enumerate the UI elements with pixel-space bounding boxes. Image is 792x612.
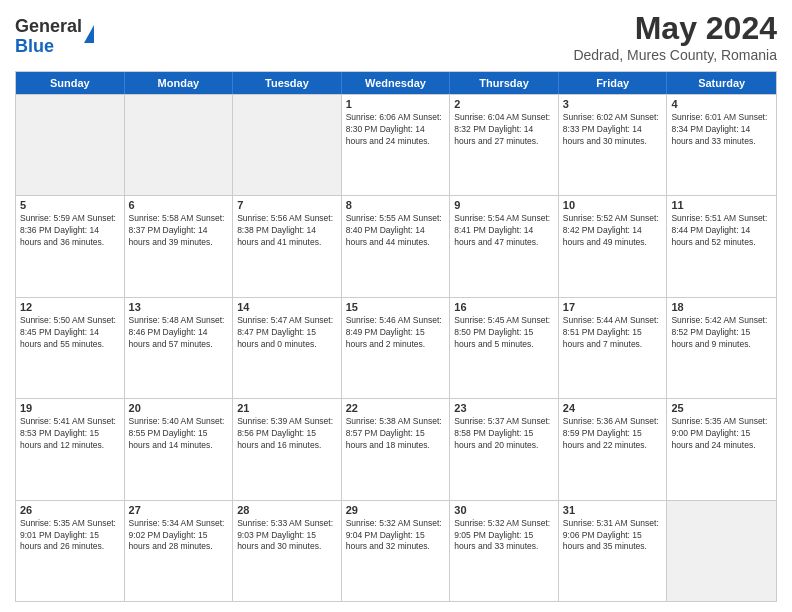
day-number: 30 — [454, 504, 554, 516]
day-number: 22 — [346, 402, 446, 414]
header-day: Saturday — [667, 72, 776, 94]
cell-info: Sunrise: 5:32 AM Sunset: 9:05 PM Dayligh… — [454, 518, 554, 554]
day-number: 3 — [563, 98, 663, 110]
day-number: 2 — [454, 98, 554, 110]
day-number: 7 — [237, 199, 337, 211]
month-year: May 2024 — [573, 10, 777, 47]
cell-info: Sunrise: 5:50 AM Sunset: 8:45 PM Dayligh… — [20, 315, 120, 351]
day-number: 23 — [454, 402, 554, 414]
calendar-cell: 29Sunrise: 5:32 AM Sunset: 9:04 PM Dayli… — [342, 501, 451, 601]
day-number: 4 — [671, 98, 772, 110]
calendar-cell: 28Sunrise: 5:33 AM Sunset: 9:03 PM Dayli… — [233, 501, 342, 601]
calendar-row: 12Sunrise: 5:50 AM Sunset: 8:45 PM Dayli… — [16, 297, 776, 398]
cell-info: Sunrise: 5:33 AM Sunset: 9:03 PM Dayligh… — [237, 518, 337, 554]
calendar-cell: 20Sunrise: 5:40 AM Sunset: 8:55 PM Dayli… — [125, 399, 234, 499]
calendar-cell: 17Sunrise: 5:44 AM Sunset: 8:51 PM Dayli… — [559, 298, 668, 398]
cell-info: Sunrise: 6:02 AM Sunset: 8:33 PM Dayligh… — [563, 112, 663, 148]
calendar-cell: 4Sunrise: 6:01 AM Sunset: 8:34 PM Daylig… — [667, 95, 776, 195]
day-number: 10 — [563, 199, 663, 211]
cell-info: Sunrise: 5:58 AM Sunset: 8:37 PM Dayligh… — [129, 213, 229, 249]
calendar-cell: 23Sunrise: 5:37 AM Sunset: 8:58 PM Dayli… — [450, 399, 559, 499]
cell-info: Sunrise: 6:04 AM Sunset: 8:32 PM Dayligh… — [454, 112, 554, 148]
cell-info: Sunrise: 5:31 AM Sunset: 9:06 PM Dayligh… — [563, 518, 663, 554]
day-number: 5 — [20, 199, 120, 211]
day-number: 29 — [346, 504, 446, 516]
page: General Blue May 2024 Dedrad, Mures Coun… — [0, 0, 792, 612]
day-number: 27 — [129, 504, 229, 516]
calendar-cell: 21Sunrise: 5:39 AM Sunset: 8:56 PM Dayli… — [233, 399, 342, 499]
cell-info: Sunrise: 6:01 AM Sunset: 8:34 PM Dayligh… — [671, 112, 772, 148]
header-day: Thursday — [450, 72, 559, 94]
calendar: SundayMondayTuesdayWednesdayThursdayFrid… — [15, 71, 777, 602]
cell-info: Sunrise: 5:54 AM Sunset: 8:41 PM Dayligh… — [454, 213, 554, 249]
logo-text: General Blue — [15, 17, 82, 57]
day-number: 25 — [671, 402, 772, 414]
calendar-cell: 18Sunrise: 5:42 AM Sunset: 8:52 PM Dayli… — [667, 298, 776, 398]
day-number: 17 — [563, 301, 663, 313]
calendar-cell: 25Sunrise: 5:35 AM Sunset: 9:00 PM Dayli… — [667, 399, 776, 499]
cell-info: Sunrise: 5:40 AM Sunset: 8:55 PM Dayligh… — [129, 416, 229, 452]
day-number: 24 — [563, 402, 663, 414]
calendar-header: SundayMondayTuesdayWednesdayThursdayFrid… — [16, 72, 776, 94]
calendar-cell — [16, 95, 125, 195]
logo-blue: Blue — [15, 37, 82, 57]
calendar-cell — [667, 501, 776, 601]
logo-general: General — [15, 17, 82, 37]
calendar-cell: 22Sunrise: 5:38 AM Sunset: 8:57 PM Dayli… — [342, 399, 451, 499]
day-number: 21 — [237, 402, 337, 414]
calendar-row: 1Sunrise: 6:06 AM Sunset: 8:30 PM Daylig… — [16, 94, 776, 195]
calendar-cell: 3Sunrise: 6:02 AM Sunset: 8:33 PM Daylig… — [559, 95, 668, 195]
location: Dedrad, Mures County, Romania — [573, 47, 777, 63]
day-number: 12 — [20, 301, 120, 313]
cell-info: Sunrise: 5:42 AM Sunset: 8:52 PM Dayligh… — [671, 315, 772, 351]
calendar-cell — [233, 95, 342, 195]
day-number: 13 — [129, 301, 229, 313]
cell-info: Sunrise: 5:44 AM Sunset: 8:51 PM Dayligh… — [563, 315, 663, 351]
day-number: 14 — [237, 301, 337, 313]
cell-info: Sunrise: 5:32 AM Sunset: 9:04 PM Dayligh… — [346, 518, 446, 554]
day-number: 31 — [563, 504, 663, 516]
calendar-cell: 1Sunrise: 6:06 AM Sunset: 8:30 PM Daylig… — [342, 95, 451, 195]
day-number: 16 — [454, 301, 554, 313]
calendar-cell: 30Sunrise: 5:32 AM Sunset: 9:05 PM Dayli… — [450, 501, 559, 601]
day-number: 1 — [346, 98, 446, 110]
calendar-cell: 5Sunrise: 5:59 AM Sunset: 8:36 PM Daylig… — [16, 196, 125, 296]
cell-info: Sunrise: 5:37 AM Sunset: 8:58 PM Dayligh… — [454, 416, 554, 452]
cell-info: Sunrise: 5:36 AM Sunset: 8:59 PM Dayligh… — [563, 416, 663, 452]
day-number: 28 — [237, 504, 337, 516]
cell-info: Sunrise: 5:35 AM Sunset: 9:01 PM Dayligh… — [20, 518, 120, 554]
calendar-cell: 7Sunrise: 5:56 AM Sunset: 8:38 PM Daylig… — [233, 196, 342, 296]
calendar-cell: 11Sunrise: 5:51 AM Sunset: 8:44 PM Dayli… — [667, 196, 776, 296]
header: General Blue May 2024 Dedrad, Mures Coun… — [15, 10, 777, 63]
cell-info: Sunrise: 5:55 AM Sunset: 8:40 PM Dayligh… — [346, 213, 446, 249]
cell-info: Sunrise: 5:39 AM Sunset: 8:56 PM Dayligh… — [237, 416, 337, 452]
cell-info: Sunrise: 5:46 AM Sunset: 8:49 PM Dayligh… — [346, 315, 446, 351]
calendar-cell: 10Sunrise: 5:52 AM Sunset: 8:42 PM Dayli… — [559, 196, 668, 296]
day-number: 18 — [671, 301, 772, 313]
logo: General Blue — [15, 17, 94, 57]
day-number: 19 — [20, 402, 120, 414]
calendar-cell: 14Sunrise: 5:47 AM Sunset: 8:47 PM Dayli… — [233, 298, 342, 398]
day-number: 26 — [20, 504, 120, 516]
calendar-cell: 13Sunrise: 5:48 AM Sunset: 8:46 PM Dayli… — [125, 298, 234, 398]
calendar-row: 26Sunrise: 5:35 AM Sunset: 9:01 PM Dayli… — [16, 500, 776, 601]
cell-info: Sunrise: 5:59 AM Sunset: 8:36 PM Dayligh… — [20, 213, 120, 249]
cell-info: Sunrise: 5:48 AM Sunset: 8:46 PM Dayligh… — [129, 315, 229, 351]
day-number: 15 — [346, 301, 446, 313]
header-day: Friday — [559, 72, 668, 94]
calendar-cell — [125, 95, 234, 195]
cell-info: Sunrise: 5:35 AM Sunset: 9:00 PM Dayligh… — [671, 416, 772, 452]
cell-info: Sunrise: 6:06 AM Sunset: 8:30 PM Dayligh… — [346, 112, 446, 148]
calendar-cell: 12Sunrise: 5:50 AM Sunset: 8:45 PM Dayli… — [16, 298, 125, 398]
cell-info: Sunrise: 5:41 AM Sunset: 8:53 PM Dayligh… — [20, 416, 120, 452]
header-day: Tuesday — [233, 72, 342, 94]
calendar-cell: 24Sunrise: 5:36 AM Sunset: 8:59 PM Dayli… — [559, 399, 668, 499]
cell-info: Sunrise: 5:52 AM Sunset: 8:42 PM Dayligh… — [563, 213, 663, 249]
cell-info: Sunrise: 5:56 AM Sunset: 8:38 PM Dayligh… — [237, 213, 337, 249]
header-day: Monday — [125, 72, 234, 94]
calendar-cell: 15Sunrise: 5:46 AM Sunset: 8:49 PM Dayli… — [342, 298, 451, 398]
day-number: 6 — [129, 199, 229, 211]
title-section: May 2024 Dedrad, Mures County, Romania — [573, 10, 777, 63]
logo-icon — [84, 25, 94, 43]
cell-info: Sunrise: 5:45 AM Sunset: 8:50 PM Dayligh… — [454, 315, 554, 351]
